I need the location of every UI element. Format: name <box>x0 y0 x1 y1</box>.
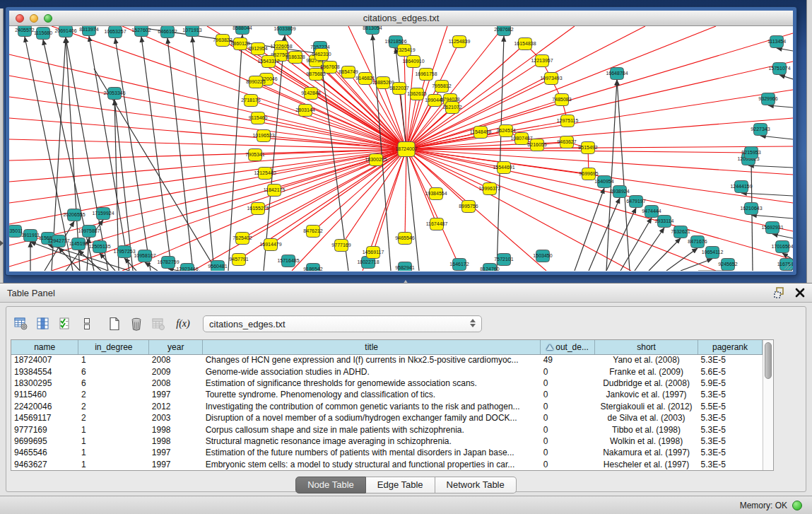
table-cell[interactable]: 5.3E-5 <box>698 354 763 366</box>
show-columns-button[interactable] <box>34 315 52 333</box>
zoom-window-button[interactable] <box>44 14 52 23</box>
table-row[interactable]: 1872400712008Changes of HCN gene express… <box>11 354 763 366</box>
table-cell[interactable]: 1998 <box>149 436 203 447</box>
citation-network-graph[interactable]: 2405572111568020691406831397410653257152… <box>9 26 793 271</box>
delete-table-button[interactable] <box>127 315 146 333</box>
table-cell[interactable]: 9777169 <box>11 424 78 435</box>
table-cell[interactable]: 2008 <box>149 354 203 366</box>
table-selector-dropdown[interactable]: citations_edges.txt <box>203 315 482 332</box>
table-cell[interactable]: 2008 <box>149 378 203 389</box>
table-cell[interactable]: 1 <box>78 424 149 435</box>
table-row[interactable]: 946362711997Embryonic stem cells: a mode… <box>11 459 763 470</box>
float-panel-icon[interactable] <box>774 287 785 298</box>
close-panel-icon[interactable] <box>795 288 805 298</box>
column-header-out_de[interactable]: out_de... <box>541 340 595 354</box>
table-cell[interactable]: 19384554 <box>11 366 78 377</box>
table-cell[interactable]: Investigating the contribution of common… <box>203 401 541 412</box>
tab-network-table[interactable]: Network Table <box>435 477 517 493</box>
table-row[interactable]: 977716911998Corpus callosum shape and si… <box>11 424 763 435</box>
table-cell[interactable]: 0 <box>541 412 595 424</box>
table-cell[interactable]: 0 <box>541 459 595 470</box>
table-cell[interactable]: 5.3E-5 <box>698 447 763 458</box>
table-cell[interactable]: Changes of HCN gene expression and I(f) … <box>203 354 541 366</box>
table-cell[interactable]: Corpus callosum shape and size in male p… <box>203 424 541 435</box>
column-header-title[interactable]: title <box>203 340 541 354</box>
table-cell[interactable]: 1 <box>78 459 149 470</box>
table-cell[interactable]: 0 <box>541 401 595 412</box>
table-cell[interactable]: 6 <box>78 366 149 377</box>
table-cell[interactable]: 1997 <box>149 459 203 470</box>
table-cell[interactable]: 5.3E-5 <box>698 424 763 435</box>
table-cell[interactable]: 9699695 <box>11 436 78 447</box>
table-cell[interactable]: Tourette syndrome. Phenomenology and cla… <box>203 389 541 400</box>
table-cell[interactable]: 5.3E-5 <box>698 412 763 424</box>
table-cell[interactable]: Stergiakouli et al. (2012) <box>595 401 698 412</box>
table-cell[interactable]: Disruption of a novel member of a sodium… <box>203 412 541 424</box>
table-cell[interactable]: 0 <box>541 424 595 435</box>
table-cell[interactable]: Tibbo et al. (1998) <box>595 424 698 435</box>
table-cell[interactable]: Embryonic stem cells: a model to study s… <box>203 459 541 470</box>
network-view-window[interactable]: citations_edges.txt 24055721115680206914… <box>6 7 796 275</box>
tab-node-table[interactable]: Node Table <box>295 477 366 493</box>
table-cell[interactable]: 0 <box>541 366 595 377</box>
table-row[interactable]: 911546021997Tourette syndrome. Phenomeno… <box>11 389 763 400</box>
table-cell[interactable]: 1 <box>78 447 149 458</box>
table-row[interactable]: 2242004622012Investigating the contribut… <box>11 401 763 412</box>
table-cell[interactable]: Franke et al. (2009) <box>595 366 698 377</box>
table-cell[interactable]: 5.9E-5 <box>698 378 763 389</box>
table-cell[interactable]: 5.3E-5 <box>698 436 763 447</box>
table-settings-button[interactable] <box>12 315 30 333</box>
resize-grip[interactable] <box>782 260 792 270</box>
function-builder-button[interactable]: f(x) <box>174 315 192 333</box>
table-row[interactable]: 1456911722003Disruption of a novel membe… <box>11 412 763 424</box>
table-cell[interactable]: 0 <box>541 447 595 458</box>
table-cell[interactable]: 2003 <box>149 412 203 424</box>
table-cell[interactable]: 22420046 <box>11 401 78 412</box>
table-cell[interactable]: 1 <box>78 436 149 447</box>
table-cell[interactable]: Nakamura et al. (1997) <box>595 447 698 458</box>
close-window-button[interactable] <box>16 14 24 23</box>
table-cell[interactable]: 2 <box>78 389 149 400</box>
table-cell[interactable]: 5.6E-5 <box>698 366 763 377</box>
table-cell[interactable]: Wolkin et al. (1998) <box>595 436 698 447</box>
table-cell[interactable]: 2009 <box>149 366 203 377</box>
table-cell[interactable]: 9463627 <box>11 459 78 470</box>
panel-collapse-arrow-icon[interactable] <box>0 240 4 246</box>
table-cell[interactable]: 5.3E-5 <box>698 389 763 400</box>
table-cell[interactable]: 5.5E-5 <box>698 401 763 412</box>
window-titlebar[interactable]: citations_edges.txt <box>9 11 793 26</box>
table-cell[interactable]: Hescheler et al. (1997) <box>595 459 698 470</box>
import-table-button[interactable] <box>149 315 167 333</box>
table-cell[interactable]: 2012 <box>149 401 203 412</box>
select-columns-button[interactable] <box>56 315 74 333</box>
column-header-year[interactable]: year <box>149 340 203 354</box>
table-cell[interactable]: 5.3E-5 <box>698 459 763 470</box>
network-canvas[interactable]: 2405572111568020691406831397410653257152… <box>9 26 793 271</box>
table-cell[interactable]: Yano et al. (2008) <box>595 354 698 366</box>
table-cell[interactable]: Structural magnetic resonance image aver… <box>203 436 541 447</box>
row-height-button[interactable] <box>78 315 96 333</box>
table-cell[interactable]: de Silva et al. (2003) <box>595 412 698 424</box>
tab-edge-table[interactable]: Edge Table <box>366 477 435 493</box>
table-cell[interactable]: Estimation of the future numbers of pati… <box>203 447 541 458</box>
table-row[interactable]: 1938455462009Genome-wide association stu… <box>11 366 763 377</box>
attribute-table[interactable]: namein_degreeyeartitleout_de...shortpage… <box>11 340 763 470</box>
table-cell[interactable]: Jankovic et al. (1997) <box>595 389 698 400</box>
table-row[interactable]: 969969511998Structural magnetic resonanc… <box>11 436 763 447</box>
table-cell[interactable]: 18724007 <box>11 354 78 366</box>
table-scrollbar[interactable] <box>763 340 773 470</box>
table-cell[interactable]: 18300295 <box>11 378 78 389</box>
table-cell[interactable]: 1997 <box>149 389 203 400</box>
table-cell[interactable]: Genome-wide association studies in ADHD. <box>203 366 541 377</box>
minimize-window-button[interactable] <box>30 14 38 23</box>
table-cell[interactable]: 1997 <box>149 447 203 458</box>
table-row[interactable]: 1830029562008Estimation of significance … <box>11 378 763 389</box>
table-cell[interactable]: 0 <box>541 378 595 389</box>
scrollbar-thumb[interactable] <box>765 342 772 379</box>
table-row[interactable]: 946554611997Estimation of the future num… <box>11 447 763 458</box>
table-cell[interactable]: Estimation of significance thresholds fo… <box>203 378 541 389</box>
table-cell[interactable]: Dudbridge et al. (2008) <box>595 378 698 389</box>
column-header-name[interactable]: name <box>11 340 78 354</box>
table-cell[interactable]: 6 <box>78 378 149 389</box>
table-cell[interactable]: 49 <box>541 354 595 366</box>
